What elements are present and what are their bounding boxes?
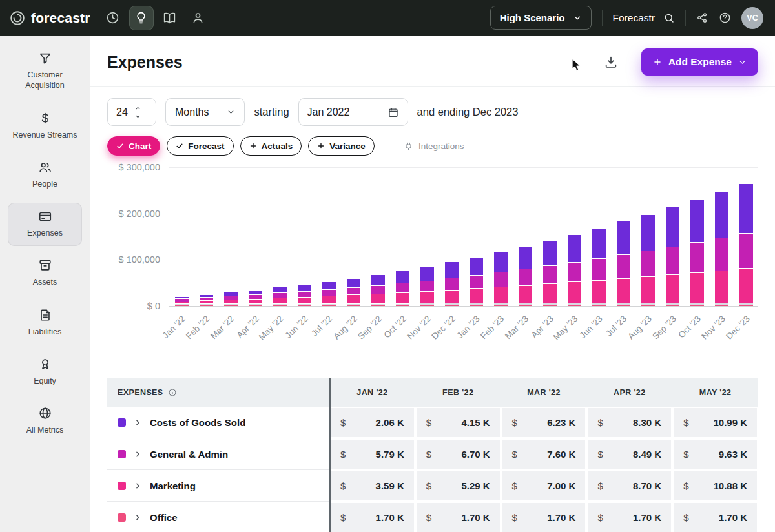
bar-segment-unlabeled	[666, 303, 679, 305]
bar-aug-23[interactable]	[641, 215, 655, 306]
x-axis-label: Dec '22	[429, 314, 457, 342]
row-expand-chevron-icon[interactable]	[134, 513, 142, 522]
y-axis-tick: $ 200,000	[118, 209, 160, 219]
period-controls: Months starting and ending Dec 2023	[90, 87, 775, 126]
bar-oct-23[interactable]	[690, 200, 704, 306]
help-icon[interactable]	[719, 12, 731, 24]
bar-jul-23[interactable]	[617, 221, 630, 306]
row-expand-chevron-icon[interactable]	[134, 450, 142, 458]
bar-segment-general-admin	[715, 238, 728, 271]
bar-jan-22[interactable]	[175, 297, 189, 306]
chevron-up-icon[interactable]	[135, 105, 141, 111]
scenario-selector[interactable]: High Scenario	[490, 6, 592, 30]
bar-segment-general-admin	[420, 281, 434, 291]
sidebar-item-equity[interactable]: Equity	[8, 351, 82, 394]
bar-segment-general-admin	[273, 293, 287, 298]
bar-jul-22[interactable]	[322, 282, 336, 306]
start-date-picker[interactable]	[298, 98, 408, 126]
bar-sep-22[interactable]	[371, 275, 385, 306]
sidebar-item-expenses[interactable]: Expenses	[8, 203, 82, 246]
chip-variance[interactable]: Variance	[308, 136, 375, 156]
bar-jun-23[interactable]	[592, 229, 606, 306]
bar-segment-costs-of-goods-sold	[249, 291, 262, 294]
chevron-down-icon[interactable]	[135, 114, 141, 119]
period-count-stepper[interactable]	[107, 98, 156, 126]
book-button[interactable]	[158, 6, 182, 30]
download-icon[interactable]	[604, 55, 618, 69]
bar-segment-marketing	[617, 279, 630, 303]
stepper-arrows[interactable]	[135, 99, 147, 125]
support-button[interactable]	[186, 6, 211, 30]
bar-apr-22[interactable]	[249, 291, 262, 306]
bar-segment-unlabeled	[396, 304, 409, 305]
expenses-table: EXPENSES JAN '22FEB '22MAR '22APR '22MAY…	[107, 378, 758, 532]
column-header-feb-22: FEB '22	[415, 378, 501, 407]
row-expand-chevron-icon[interactable]	[134, 482, 142, 490]
integrations-button[interactable]: Integrations	[404, 141, 464, 151]
category-cell: Costs of Goods Sold	[107, 407, 329, 438]
bar-segment-unlabeled	[273, 304, 287, 305]
sidebar-item-assets[interactable]: Assets	[8, 252, 82, 295]
calendar-icon	[388, 107, 399, 118]
chip-forecast[interactable]: Forecast	[167, 136, 233, 156]
chip-label: Forecast	[188, 141, 224, 151]
add-expense-button[interactable]: Add Expense	[641, 48, 758, 76]
bar-may-22[interactable]	[273, 287, 287, 306]
starting-label: starting	[254, 106, 289, 118]
x-axis-label: Jul '22	[310, 314, 335, 338]
bar-mar-22[interactable]	[224, 292, 238, 306]
chevron-down-icon	[573, 14, 582, 23]
row-expand-chevron-icon[interactable]	[134, 418, 142, 427]
search-icon[interactable]	[663, 12, 675, 24]
bar-oct-22[interactable]	[396, 271, 409, 306]
bar-dec-23[interactable]	[739, 184, 753, 306]
period-unit-value: Months	[175, 107, 209, 118]
bar-segment-unlabeled	[224, 304, 238, 305]
bar-feb-22[interactable]	[200, 295, 213, 306]
bar-segment-unlabeled	[641, 303, 655, 305]
bar-sep-23[interactable]	[666, 207, 679, 306]
chevron-down-icon	[227, 108, 235, 116]
x-axis-label: Feb '22	[184, 314, 211, 341]
bar-feb-23[interactable]	[494, 252, 508, 306]
cell-currency: $	[683, 449, 688, 460]
bar-nov-23[interactable]	[715, 192, 728, 306]
chip-actuals[interactable]: Actuals	[240, 136, 302, 156]
cell-currency: $	[512, 449, 517, 460]
sidebar-item-revenue-streams[interactable]: Revenue Streams	[8, 105, 82, 148]
bar-jun-22[interactable]	[298, 285, 311, 306]
x-axis-label: Jan '22	[160, 314, 187, 340]
bar-apr-23[interactable]	[543, 241, 557, 306]
bar-segment-costs-of-goods-sold	[641, 215, 655, 251]
bar-aug-22[interactable]	[347, 279, 360, 306]
sidebar-item-all-metrics[interactable]: All Metrics	[8, 400, 82, 443]
bar-segment-general-admin	[470, 276, 483, 288]
lightbulb-button[interactable]	[129, 6, 154, 30]
bar-may-23[interactable]	[568, 235, 581, 306]
value-cell: $7.00 K	[501, 470, 587, 502]
bar-dec-22[interactable]	[445, 262, 459, 306]
cell-value: 6.23 K	[547, 417, 575, 428]
chip-chart[interactable]: Chart	[107, 136, 160, 156]
gauge-button[interactable]	[101, 6, 125, 30]
user-avatar[interactable]: VC	[741, 7, 763, 29]
sidebar-item-people[interactable]: People	[8, 154, 82, 197]
cell-value: 10.99 K	[713, 417, 747, 428]
cell-value: 1.70 K	[633, 512, 661, 523]
start-date-input[interactable]	[307, 107, 375, 118]
sidebar-item-customer-acquisition[interactable]: Customer Acquisition	[8, 45, 82, 99]
bar-segment-marketing	[298, 298, 311, 303]
bar-nov-22[interactable]	[420, 267, 434, 306]
period-count-input[interactable]	[108, 99, 135, 125]
period-unit-select[interactable]: Months	[165, 98, 245, 126]
sidebar-item-liabilities[interactable]: Liabilities	[8, 302, 82, 345]
bar-segment-unlabeled	[175, 304, 189, 305]
cell-value: 1.70 K	[547, 512, 575, 523]
cell-value: 3.59 K	[376, 480, 404, 491]
bar-segment-general-admin	[519, 269, 532, 285]
info-icon[interactable]	[168, 388, 177, 397]
bar-mar-23[interactable]	[519, 247, 532, 306]
bar-jan-23[interactable]	[470, 258, 483, 306]
share-icon[interactable]	[696, 12, 708, 24]
equity-icon	[38, 357, 52, 371]
